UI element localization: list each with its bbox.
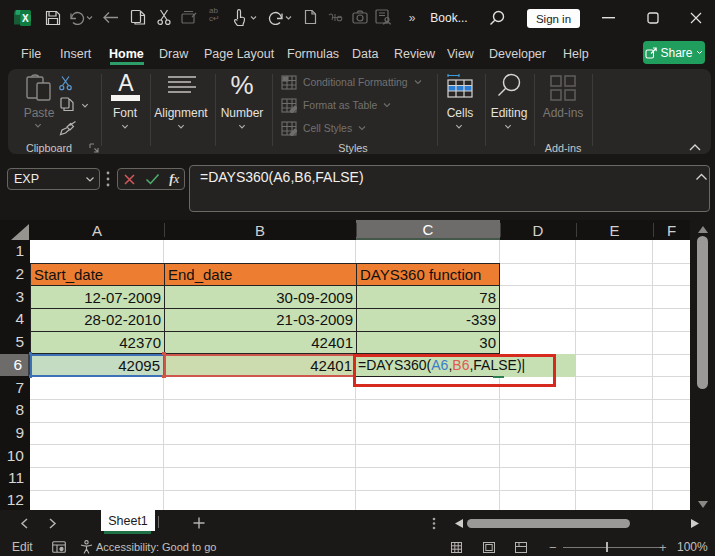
svg-text:X: X [22, 13, 29, 24]
